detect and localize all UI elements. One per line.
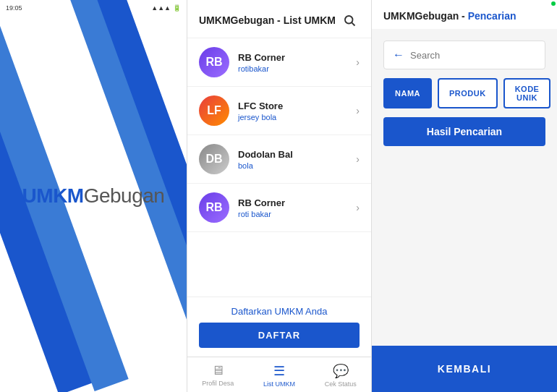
list-panel: UMKMGebugan - List UMKM RB RB Corner rot… (187, 0, 372, 392)
logo-text: UMKMGebugan (22, 184, 165, 208)
item-info: RB Corner roti bakar (238, 197, 356, 218)
title-highlight: Pencarian (468, 10, 516, 22)
item-sub: roti bakar (238, 210, 356, 218)
item-sub: jersey bola (238, 113, 356, 122)
list-title: UMKMGebugan - List UMKM (199, 14, 336, 26)
list-footer: Daftarkan UMKM Anda DAFTAR (187, 297, 371, 357)
chevron-right-icon: › (356, 153, 360, 165)
back-arrow-icon[interactable]: ← (393, 48, 404, 61)
search-footer: KEMBALI (372, 346, 557, 392)
nav-label: Cek Status (325, 380, 357, 388)
monitor-icon: 🖥 (211, 363, 224, 378)
item-sub: bola (238, 161, 356, 170)
list-item[interactable]: DB Dodolan Bal bola › (187, 135, 371, 184)
list-item[interactable]: LF LFC Store jersey bola › (187, 87, 371, 135)
item-name: LFC Store (238, 101, 356, 111)
search-results-area (372, 199, 557, 346)
avatar: LF (199, 95, 229, 126)
bottom-navigation: 🖥 Profil Desa ☰ List UMKM 💬 Cek Status (187, 357, 371, 392)
item-name: RB Corner (238, 197, 356, 208)
search-box: ← (383, 41, 545, 69)
status-icons: ▲▲▲ 🔋 (151, 4, 181, 12)
search-button[interactable] (339, 10, 360, 30)
chevron-right-icon: › (356, 105, 360, 116)
title-prefix: UMKMGebugan - (383, 10, 468, 22)
search-panel: UMKMGebugan - Pencarian ← NAMA PRODUK KO… (372, 0, 557, 392)
daftar-button[interactable]: DAFTAR (199, 323, 360, 348)
search-header: UMKMGebugan - Pencarian (372, 0, 557, 29)
list-item[interactable]: RB RB Corner roti bakar › (187, 184, 371, 232)
kembali-button[interactable]: KEMBALI (383, 354, 545, 383)
filter-produk-button[interactable]: PRODUK (438, 78, 498, 108)
avatar: RB (199, 192, 229, 223)
umkm-list: RB RB Corner rotibakar › LF LFC Store je… (187, 38, 371, 297)
nav-item-cek-status[interactable]: 💬 Cek Status (310, 362, 371, 389)
item-info: Dodolan Bal bola (238, 149, 356, 170)
chevron-right-icon: › (356, 202, 360, 213)
hasil-pencarian-button[interactable]: Hasil Pencarian (383, 117, 545, 146)
nav-item-list-umkm[interactable]: ☰ List UMKM (249, 362, 310, 389)
filter-kode-unik-button[interactable]: KODE UNIK (503, 78, 551, 108)
filter-row: NAMA PRODUK KODE UNIK (383, 78, 545, 108)
search-input[interactable] (410, 50, 536, 61)
avatar: DB (199, 144, 229, 174)
status-time: 19:05 (6, 4, 22, 12)
list-icon: ☰ (273, 363, 285, 379)
item-name: RB Corner (238, 52, 356, 63)
chevron-right-icon: › (356, 56, 360, 68)
svg-point-0 (345, 16, 353, 24)
item-info: RB Corner rotibakar (238, 52, 356, 73)
filter-nama-button[interactable]: NAMA (383, 78, 432, 108)
item-info: LFC Store jersey bola (238, 101, 356, 122)
chat-icon: 💬 (333, 363, 349, 379)
signal-icon: ▲▲▲ (151, 4, 171, 12)
list-header: UMKMGebugan - List UMKM (187, 0, 371, 38)
splash-panel: 19:05 ▲▲▲ 🔋 UMKMGebugan (0, 0, 187, 392)
nav-label: Profil Desa (202, 380, 234, 387)
logo-gebugan: Gebugan (84, 184, 165, 207)
nav-item-profil-desa[interactable]: 🖥 Profil Desa (187, 362, 249, 389)
logo-umkm: UMKM (22, 184, 84, 207)
nav-label: List UMKM (263, 380, 295, 388)
list-item[interactable]: RB RB Corner rotibakar › (187, 38, 371, 87)
svg-line-1 (352, 22, 354, 25)
item-sub: rotibakar (238, 64, 356, 73)
status-indicator (551, 1, 556, 6)
avatar: RB (199, 47, 229, 77)
register-cta-text: Daftarkan UMKM Anda (199, 306, 360, 317)
search-content: ← NAMA PRODUK KODE UNIK Hasil Pencarian (372, 29, 557, 199)
item-name: Dodolan Bal (238, 149, 356, 160)
app-logo: UMKMGebugan (22, 184, 165, 208)
battery-icon: 🔋 (173, 4, 181, 12)
search-title: UMKMGebugan - Pencarian (383, 10, 516, 22)
